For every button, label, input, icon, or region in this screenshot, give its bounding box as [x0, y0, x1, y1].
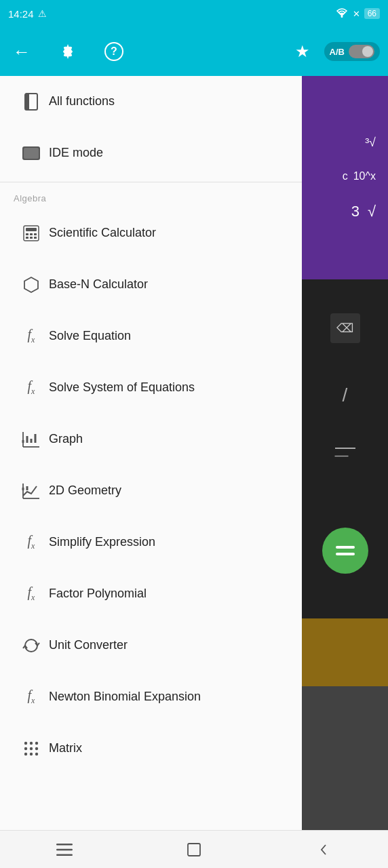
svg-point-30 [24, 747, 27, 749]
menu-item-all-functions[interactable]: All functions [0, 76, 302, 127]
svg-rect-36 [56, 844, 73, 846]
favorites-button[interactable]: ★ [289, 38, 316, 65]
back-button[interactable]: ← [8, 38, 35, 65]
matrix-label: Matrix [49, 741, 82, 755]
svg-point-35 [35, 752, 38, 755]
svg-point-29 [35, 741, 38, 744]
menu-item-base-n-calculator[interactable]: Base-N Calculator [0, 259, 302, 311]
svg-rect-39 [188, 844, 200, 856]
wifi-icon [335, 7, 349, 20]
scientific-calculator-label: Scientific Calculator [49, 226, 156, 240]
graph-label: Graph [49, 432, 83, 446]
solve-equation-label: Solve Equation [49, 329, 131, 343]
svg-point-27 [24, 741, 27, 744]
toolbar-right: ★ A/B [289, 38, 380, 65]
settings-button[interactable] [54, 38, 81, 65]
status-bar-right: ✕ 66 [335, 7, 380, 20]
2d-geometry-label: 2D Geometry [49, 484, 121, 498]
status-bar: 14:24 ⚠ ✕ 66 [0, 0, 388, 27]
status-bar-left: 14:24 ⚠ [8, 8, 47, 20]
help-button[interactable]: ? [100, 38, 128, 65]
refresh-icon [14, 637, 49, 654]
svg-point-2 [341, 16, 343, 18]
menu-item-scientific-calculator[interactable]: Scientific Calculator [0, 208, 302, 259]
svg-point-33 [24, 752, 27, 755]
minus-display: — [335, 448, 355, 449]
right-panel: ³√ c 10^x 3 √ ⌫ / — [302, 76, 388, 830]
svg-point-32 [35, 747, 38, 749]
menu-item-graph[interactable]: Graph [0, 414, 302, 465]
backspace-button[interactable]: ⌫ [330, 313, 360, 343]
ab-toggle[interactable]: A/B [324, 42, 380, 61]
warning-icon: ⚠ [38, 8, 47, 19]
calculator-icon [14, 224, 49, 242]
svg-rect-14 [30, 237, 33, 239]
svg-rect-10 [26, 233, 28, 235]
sqrt-display: √ [368, 203, 376, 220]
all-functions-label: All functions [49, 94, 115, 108]
bottom-nav [0, 830, 388, 868]
svg-point-31 [30, 747, 33, 749]
svg-rect-5 [25, 94, 29, 110]
letter-c-display: c [343, 170, 348, 182]
svg-rect-9 [26, 228, 37, 231]
fx-newton-icon: fx [14, 688, 49, 706]
cube-root-display: ³√ [365, 136, 381, 150]
svg-rect-11 [30, 233, 33, 235]
fx-factor-icon: fx [14, 585, 49, 603]
svg-rect-12 [34, 233, 37, 235]
hexagon-icon [14, 276, 49, 294]
svg-rect-7 [24, 148, 39, 159]
simplify-expression-label: Simplify Expression [49, 535, 155, 549]
menu-item-2d-geometry[interactable]: 2D Geometry [0, 465, 302, 517]
nav-home-button[interactable] [174, 836, 214, 863]
ab-label: A/B [330, 47, 345, 57]
algebra-section-header: Algebra [0, 185, 302, 208]
menu-item-simplify-expression[interactable]: fx Simplify Expression [0, 517, 302, 568]
svg-point-34 [30, 752, 33, 755]
ide-mode-label: IDE mode [49, 146, 103, 160]
menu-item-matrix[interactable]: Matrix [0, 723, 302, 774]
nav-back-button[interactable] [303, 836, 344, 863]
fx-solve-icon: fx [14, 327, 49, 345]
svg-rect-38 [56, 854, 73, 856]
power-ten-display: 10^x [353, 170, 376, 182]
divider [0, 182, 302, 182]
svg-point-28 [30, 741, 33, 744]
time-display: 14:24 [8, 8, 34, 20]
newton-binomial-label: Newton Binomial Expansion [49, 690, 201, 704]
number-3-display: 3 [351, 203, 360, 220]
ide-icon [14, 146, 49, 161]
calculator-bottom-panel [302, 483, 388, 618]
nav-menu-button[interactable] [44, 836, 85, 863]
graph-icon [14, 431, 49, 448]
drawer-menu: All functions IDE mode Algebra [0, 76, 302, 830]
toolbar: ← ? ★ A/B [0, 27, 388, 76]
svg-rect-37 [56, 848, 73, 850]
menu-item-solve-system[interactable]: fx Solve System of Equations [0, 362, 302, 414]
x-icon: ✕ [353, 9, 360, 19]
toggle-switch[interactable] [349, 45, 374, 58]
menu-item-unit-converter[interactable]: Unit Converter [0, 620, 302, 671]
menu-item-ide-mode[interactable]: IDE mode [0, 127, 302, 179]
slash-display: / [343, 384, 348, 406]
svg-rect-0 [336, 546, 355, 549]
geometry-icon [14, 482, 49, 500]
menu-item-factor-polynomial[interactable]: fx Factor Polynomial [0, 568, 302, 620]
svg-marker-16 [24, 277, 38, 292]
battery-display: 66 [364, 8, 380, 19]
bookmark-icon [14, 92, 49, 111]
fx-system-icon: fx [14, 378, 49, 397]
equals-button[interactable] [322, 528, 368, 574]
menu-item-solve-equation[interactable]: fx Solve Equation [0, 311, 302, 362]
fx-simplify-icon: fx [14, 533, 49, 551]
svg-rect-1 [336, 553, 355, 555]
calculator-purple-panel: ³√ c 10^x 3 √ [302, 76, 388, 279]
menu-item-newton-binomial[interactable]: fx Newton Binomial Expansion [0, 671, 302, 723]
svg-rect-15 [34, 237, 37, 239]
solve-system-label: Solve System of Equations [49, 380, 195, 395]
svg-rect-13 [26, 237, 28, 239]
factor-polynomial-label: Factor Polynomial [49, 587, 147, 601]
calculator-gold-panel [302, 618, 388, 686]
matrix-icon [14, 740, 49, 757]
